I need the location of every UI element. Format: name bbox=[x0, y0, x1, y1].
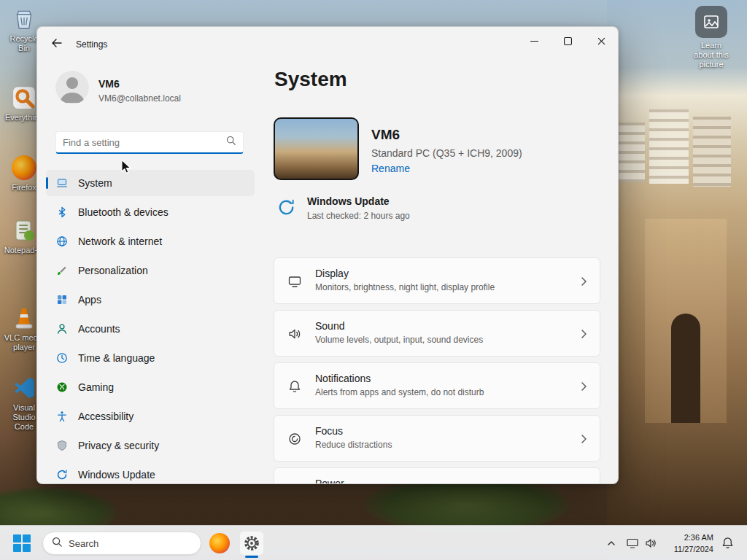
find-a-setting-input[interactable] bbox=[63, 137, 226, 148]
card-title: Focus bbox=[315, 425, 343, 437]
speaker-icon bbox=[287, 327, 302, 341]
chevron-right-icon bbox=[578, 433, 589, 445]
clock-date: 11/27/2024 bbox=[662, 543, 713, 555]
user-email: VM6@collabnet.local bbox=[98, 93, 181, 104]
sidebar-item-personalization[interactable]: Personalization bbox=[46, 257, 255, 284]
wallpaper-cliff bbox=[607, 0, 747, 560]
start-button[interactable] bbox=[13, 534, 31, 553]
system-icon bbox=[56, 177, 68, 189]
globe-icon bbox=[56, 236, 68, 247]
recycle-bin-icon bbox=[11, 6, 37, 32]
focus-icon bbox=[287, 432, 302, 446]
picture-info-icon[interactable] bbox=[695, 6, 727, 38]
card-sound[interactable]: Sound Volume levels, output, input, soun… bbox=[274, 310, 600, 357]
wallpaper-bridge bbox=[645, 219, 727, 423]
close-button[interactable] bbox=[584, 27, 618, 55]
sidebar-item-system[interactable]: System bbox=[46, 170, 255, 196]
card-subtitle: Volume levels, output, input, sound devi… bbox=[315, 335, 483, 345]
xbox-icon bbox=[56, 381, 68, 393]
sidebar-item-label: Privacy & security bbox=[78, 440, 159, 451]
device-model: Standard PC (Q35 + ICH9, 2009) bbox=[371, 147, 522, 159]
sidebar-item-label: Network & internet bbox=[78, 236, 162, 247]
windows-update-icon bbox=[276, 198, 296, 217]
sidebar-item-windows-update[interactable]: Windows Update bbox=[46, 462, 255, 484]
windows-logo-icon bbox=[23, 544, 31, 552]
card-subtitle: Reduce distractions bbox=[315, 440, 392, 450]
clock-icon bbox=[56, 352, 68, 364]
sidebar-item-apps[interactable]: Apps bbox=[46, 287, 255, 313]
window-title: Settings bbox=[76, 39, 107, 50]
notification-bell-icon[interactable] bbox=[721, 536, 735, 550]
sidebar-item-label: Bluetooth & devices bbox=[78, 206, 169, 218]
settings-cards: Display Monitors, brightness, night ligh… bbox=[274, 257, 600, 484]
rename-link[interactable]: Rename bbox=[371, 163, 410, 174]
sidebar-item-privacy-security[interactable]: Privacy & security bbox=[46, 432, 255, 459]
notepad-plus-plus-icon bbox=[11, 217, 37, 244]
taskbar-search[interactable]: Search bbox=[42, 532, 201, 555]
mouse-cursor bbox=[120, 159, 132, 178]
windows-logo-icon bbox=[13, 544, 21, 552]
chevron-right-icon bbox=[578, 381, 589, 392]
paintbrush-icon bbox=[56, 265, 68, 276]
sidebar-item-label: Gaming bbox=[78, 381, 114, 393]
wallpaper-building bbox=[616, 122, 645, 182]
spotlight-widget[interactable]: Learn about this picture bbox=[690, 6, 732, 69]
sidebar-item-label: Windows Update bbox=[78, 469, 155, 481]
display-icon bbox=[287, 274, 302, 289]
sidebar-item-gaming[interactable]: Gaming bbox=[46, 374, 255, 400]
wallpaper-building bbox=[693, 117, 731, 187]
person-icon bbox=[56, 323, 68, 335]
sidebar-item-accounts[interactable]: Accounts bbox=[46, 316, 255, 342]
desktop: Recycle Bin Everything Firefox Notepad++… bbox=[0, 0, 747, 560]
maximize-button[interactable] bbox=[551, 27, 584, 55]
device-picture bbox=[274, 117, 359, 180]
taskbar-firefox-icon[interactable] bbox=[209, 533, 230, 553]
card-title: Power bbox=[315, 478, 344, 484]
sidebar-item-label: System bbox=[78, 177, 112, 189]
chevron-right-icon bbox=[578, 328, 589, 340]
vlc-icon bbox=[11, 305, 37, 331]
windows-update-status: Last checked: 2 hours ago bbox=[307, 211, 410, 221]
card-power[interactable]: Power bbox=[274, 467, 600, 484]
card-focus[interactable]: Focus Reduce distractions bbox=[274, 415, 600, 462]
settings-nav: System Bluetooth & devices Network & int… bbox=[46, 170, 255, 484]
avatar[interactable] bbox=[55, 71, 89, 104]
settings-window: Settings VM6 VM6@collabnet.local bbox=[36, 26, 619, 484]
taskbar-search-label: Search bbox=[69, 538, 98, 549]
everything-icon bbox=[11, 85, 37, 111]
card-subtitle: Alerts from apps and system, do not dist… bbox=[315, 387, 484, 397]
card-notifications[interactable]: Notifications Alerts from apps and syste… bbox=[274, 362, 600, 409]
wallpaper-bridge-arch bbox=[671, 314, 700, 423]
windows-logo-icon bbox=[13, 534, 21, 542]
window-controls bbox=[517, 27, 618, 55]
tray-volume-icon[interactable] bbox=[644, 537, 657, 550]
accessibility-person-icon bbox=[56, 411, 68, 422]
back-button[interactable] bbox=[46, 33, 68, 53]
tray-chevron-up-icon[interactable] bbox=[606, 538, 616, 548]
windows-update-title[interactable]: Windows Update bbox=[307, 195, 390, 207]
taskbar-clock[interactable]: 2:36 AM 11/27/2024 bbox=[662, 532, 713, 555]
minimize-button[interactable] bbox=[517, 27, 551, 55]
page-title: System bbox=[274, 68, 347, 91]
firefox-icon bbox=[11, 155, 37, 181]
taskbar: Search 2:36 AM 11/27/2024 bbox=[0, 525, 747, 560]
sidebar-item-bluetooth-devices[interactable]: Bluetooth & devices bbox=[46, 199, 255, 225]
sidebar-item-network-internet[interactable]: Network & internet bbox=[46, 228, 255, 254]
sidebar-item-time-language[interactable]: Time & language bbox=[46, 345, 255, 371]
chevron-right-icon bbox=[578, 276, 589, 287]
update-arrows-icon bbox=[56, 469, 68, 481]
card-display[interactable]: Display Monitors, brightness, night ligh… bbox=[274, 257, 600, 304]
sidebar-item-accessibility[interactable]: Accessibility bbox=[46, 403, 255, 429]
selected-indicator bbox=[46, 177, 48, 189]
settings-search-box[interactable] bbox=[55, 131, 244, 154]
tray-display-icon[interactable] bbox=[626, 537, 639, 550]
card-title: Notifications bbox=[315, 373, 371, 384]
card-title: Sound bbox=[315, 320, 344, 332]
card-title: Display bbox=[315, 268, 349, 279]
shield-icon bbox=[56, 440, 68, 451]
active-app-indicator bbox=[245, 556, 258, 558]
sidebar-item-label: Apps bbox=[78, 294, 101, 306]
bell-icon bbox=[287, 379, 302, 394]
taskbar-settings-icon[interactable] bbox=[240, 532, 263, 555]
user-name: VM6 bbox=[98, 78, 120, 90]
